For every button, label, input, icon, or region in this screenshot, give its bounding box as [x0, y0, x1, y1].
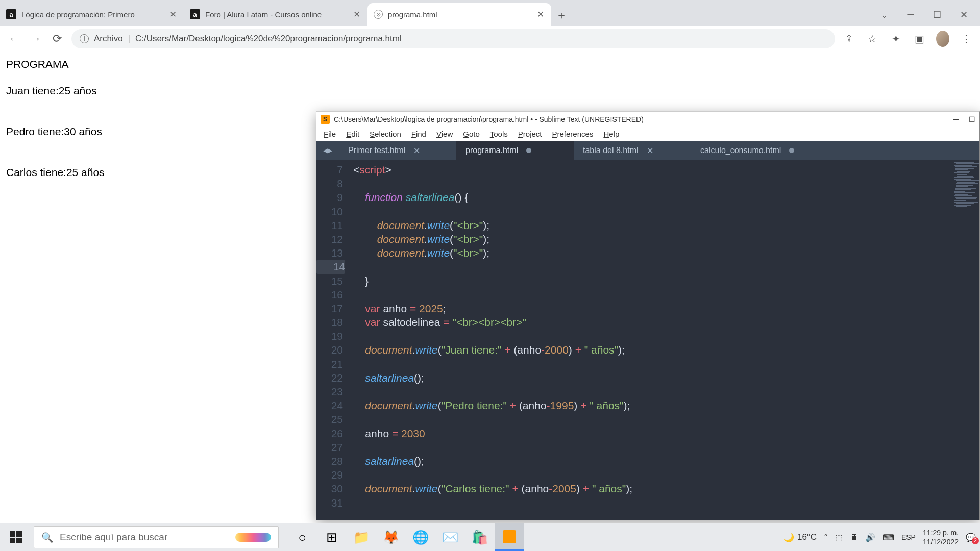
taskbar-apps: ○ ⊞ 📁 🦊 🌐 ✉️ 🛍️ — [288, 523, 524, 551]
close-icon[interactable]: ✕ — [352, 10, 361, 19]
url-scheme-label: Archivo — [94, 34, 123, 44]
tab-nav-arrows[interactable]: ◀▶ — [316, 141, 339, 160]
editor-tab[interactable]: calculo_consumo.html — [691, 141, 808, 160]
line-gutter: 7891011121314151617181920212223242526272… — [316, 160, 349, 520]
browser-tab-strip: aLógica de programación: Primero✕aForo |… — [0, 0, 980, 26]
file-explorer-icon[interactable]: 📁 — [347, 523, 376, 551]
editor-tab[interactable]: programa.html — [456, 141, 574, 160]
editor-tab-title: Primer test.html — [348, 146, 405, 155]
browser-tab[interactable]: ⊘programa.html✕ — [368, 3, 551, 26]
editor-tab-title: calculo_consumo.html — [700, 146, 781, 155]
editor-area[interactable]: 7891011121314151617181920212223242526272… — [316, 160, 979, 520]
editor-tab[interactable]: Primer test.html✕ — [339, 141, 456, 160]
cortana-icon[interactable]: ○ — [288, 523, 316, 551]
chevron-up-icon[interactable]: ˄ — [824, 533, 828, 542]
editor-tab[interactable]: tabla del 8.html✕ — [574, 141, 691, 160]
star-icon[interactable]: ☆ — [866, 33, 879, 45]
onedrive-icon[interactable]: ⬚ — [835, 533, 843, 542]
close-icon[interactable]: ✕ — [413, 146, 420, 156]
menu-item-preferences[interactable]: Preferences — [548, 128, 597, 140]
menu-item-find[interactable]: Find — [407, 128, 430, 140]
reload-button[interactable]: ⟳ — [50, 32, 64, 46]
mail-icon[interactable]: ✉️ — [436, 523, 464, 551]
dirty-indicator-icon — [789, 148, 794, 153]
tab-title: Lógica de programación: Primero — [21, 10, 163, 19]
browser-tab[interactable]: aForo | Alura Latam - Cursos online✕ — [184, 3, 368, 26]
menu-item-edit[interactable]: Edit — [342, 128, 363, 140]
chevron-down-icon[interactable]: ⌄ — [878, 9, 890, 20]
minimap[interactable] — [954, 162, 978, 223]
back-button[interactable]: ← — [7, 32, 21, 46]
dirty-indicator-icon — [526, 148, 531, 153]
volume-icon[interactable]: 🔊 — [865, 533, 875, 542]
tab-title: Foro | Alura Latam - Cursos online — [205, 10, 347, 19]
page-line: Juan tiene:25 años — [6, 85, 974, 97]
sublime-taskbar-icon[interactable] — [495, 523, 524, 551]
address-bar: ← → ⟳ i Archivo | C:/Users/Mar/Desktop/l… — [0, 26, 980, 52]
close-icon[interactable]: ✕ — [958, 9, 970, 20]
sublime-titlebar[interactable]: S C:\Users\Mar\Desktop\logica de program… — [316, 112, 979, 127]
chrome-icon[interactable]: 🌐 — [406, 523, 435, 551]
notifications-icon[interactable]: 💬 — [966, 533, 976, 542]
url-input[interactable]: i Archivo | C:/Users/Mar/Desktop/logica%… — [71, 29, 835, 48]
minimize-icon[interactable]: ─ — [904, 9, 917, 20]
menu-item-selection[interactable]: Selection — [365, 128, 405, 140]
profile-avatar[interactable] — [936, 31, 949, 47]
search-icon: 🔍 — [41, 532, 54, 543]
sublime-text-window[interactable]: S C:\Users\Mar\Desktop\logica de program… — [316, 111, 980, 520]
menu-item-goto[interactable]: Goto — [459, 128, 484, 140]
forward-button[interactable]: → — [29, 32, 43, 46]
close-icon[interactable]: ✕ — [536, 10, 545, 19]
menu-item-project[interactable]: Project — [514, 128, 546, 140]
page-icon: ⊘ — [374, 10, 383, 19]
editor-tab-title: tabla del 8.html — [583, 146, 639, 155]
taskbar-search[interactable]: 🔍 Escribe aquí para buscar — [34, 526, 279, 548]
new-tab-button[interactable]: ＋ — [551, 5, 572, 26]
side-panel-icon[interactable]: ▣ — [913, 33, 926, 45]
display-icon[interactable]: 🖥 — [850, 533, 858, 542]
menu-item-help[interactable]: Help — [599, 128, 623, 140]
windows-taskbar: 🔍 Escribe aquí para buscar ○ ⊞ 📁 🦊 🌐 ✉️ … — [0, 523, 980, 551]
clock[interactable]: 11:29 p. m. 11/12/2022 — [923, 528, 959, 546]
minimize-icon[interactable]: ─ — [953, 115, 959, 123]
tab-title: programa.html — [388, 10, 531, 19]
language-indicator[interactable]: ESP — [901, 533, 916, 541]
share-icon[interactable]: ⇪ — [842, 33, 855, 45]
store-icon[interactable]: 🛍️ — [465, 523, 494, 551]
task-view-icon[interactable]: ⊞ — [317, 523, 346, 551]
browser-tab[interactable]: aLógica de programación: Primero✕ — [0, 3, 184, 26]
system-tray: 🌙16°C ˄ ⬚ 🖥 🔊 ⌨ ESP 11:29 p. m. 11/12/20… — [779, 528, 980, 546]
url-text: C:/Users/Mar/Desktop/logica%20de%20progr… — [135, 34, 402, 44]
weather-icon: 🌙 — [783, 532, 794, 543]
menu-item-tools[interactable]: Tools — [486, 128, 512, 140]
keyboard-icon[interactable]: ⌨ — [883, 533, 894, 542]
page-title: PROGRAMA — [6, 58, 974, 70]
menu-item-view[interactable]: View — [432, 128, 457, 140]
sublime-tab-bar: ◀▶ Primer test.html✕programa.htmltabla d… — [316, 141, 979, 160]
maximize-icon[interactable]: ☐ — [969, 115, 975, 123]
search-placeholder: Escribe aquí para buscar — [60, 532, 167, 543]
search-highlight-icon — [235, 533, 271, 542]
firefox-icon[interactable]: 🦊 — [377, 523, 405, 551]
menu-item-file[interactable]: File — [320, 128, 340, 140]
alura-icon: a — [6, 9, 16, 19]
kebab-menu-icon[interactable]: ⋮ — [960, 33, 973, 45]
maximize-icon[interactable]: ☐ — [931, 9, 943, 20]
sublime-icon: S — [321, 115, 330, 124]
extensions-icon[interactable]: ✦ — [889, 33, 902, 45]
sublime-title: C:\Users\Mar\Desktop\logica de programac… — [334, 115, 644, 123]
browser-window-controls: ⌄ ─ ☐ ✕ — [878, 9, 980, 26]
alura-icon: a — [190, 9, 200, 19]
close-icon[interactable]: ✕ — [168, 10, 178, 19]
weather-widget[interactable]: 🌙16°C — [783, 532, 817, 543]
close-icon[interactable]: ✕ — [647, 146, 653, 156]
code-area[interactable]: <script> function saltarlinea() { docume… — [349, 160, 979, 520]
sublime-menubar[interactable]: FileEditSelectionFindViewGotoToolsProjec… — [316, 127, 979, 141]
start-button[interactable] — [0, 523, 32, 551]
editor-tab-title: programa.html — [465, 146, 518, 155]
info-icon: i — [80, 34, 89, 43]
